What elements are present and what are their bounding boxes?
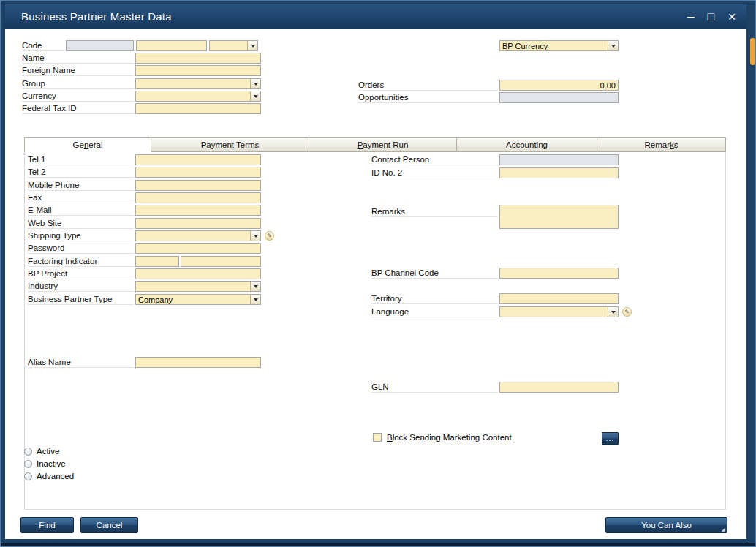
fax-field[interactable] [135,192,261,203]
federal-tax-id-field[interactable] [135,103,261,114]
chevron-down-icon[interactable] [250,231,260,241]
shipping-type-dropdown[interactable] [135,230,261,241]
email-field[interactable] [135,205,261,216]
radio-active-label[interactable]: Active [37,446,59,457]
bp-channel-code-field[interactable] [499,268,619,279]
tab-payment-terms[interactable]: Payment Terms [151,137,309,151]
window-titlebar: Business Partner Master Data ─ □ ✕ [5,4,746,29]
minimize-icon[interactable]: ─ [687,10,695,24]
you-can-also-button[interactable]: You Can Also ◢ [605,517,727,533]
tab-remarks[interactable]: Remarks [597,137,726,151]
radio-active[interactable] [24,448,32,456]
you-can-also-label: You Can Also [641,521,692,529]
group-label: Group [22,78,134,89]
orders-label: Orders [358,80,498,91]
alias-name-label: Alias Name [28,357,134,368]
alias-name-field[interactable] [135,357,261,368]
territory-field[interactable] [499,293,619,304]
foreign-name-label: Foreign Name [22,65,134,76]
language-dropdown[interactable] [499,306,619,317]
factoring-indicator-label: Factoring Indicator [28,256,134,267]
territory-label: Territory [371,293,498,304]
chevron-down-icon[interactable] [250,282,260,291]
cancel-button[interactable]: Cancel [80,517,138,533]
window-title: Business Partner Master Data [21,10,172,23]
currency-dropdown[interactable] [135,91,261,102]
block-marketing-label: Block Sending Marketing Content [387,432,512,443]
chevron-down-icon[interactable] [608,307,618,317]
federal-tax-id-label: Federal Tax ID [22,103,134,114]
opportunities-field[interactable] [499,92,619,103]
bp-project-label: BP Project [28,268,134,279]
tab-label-part: s [674,140,678,149]
code-type-dropdown[interactable] [209,40,258,51]
contact-person-label: Contact Person [371,154,498,165]
remarks-label: Remarks [371,206,498,217]
tab-label-part: ayment Run [363,140,408,149]
factoring-indicator-field[interactable] [135,256,179,267]
bp-currency-dropdown[interactable]: BP Currency [499,40,619,51]
business-partner-type-label: Business Partner Type [28,294,134,305]
remarks-field[interactable] [499,205,619,229]
industry-label: Industry [28,281,134,292]
maximize-icon[interactable]: □ [708,10,715,24]
tab-general[interactable]: General [24,137,151,152]
tab-payment-run[interactable]: Payment Run [309,137,457,151]
language-label: Language [371,306,498,317]
tab-bar: General Payment Terms Payment Run Accoun… [24,137,726,152]
currency-label: Currency [22,91,134,102]
scrollbar-thumb[interactable] [750,38,755,65]
tab-label-part: eral [88,140,102,149]
contact-person-field[interactable] [499,154,619,165]
bp-project-field[interactable] [135,268,261,279]
window-controls: ─ □ ✕ [687,10,736,24]
chevron-down-icon[interactable] [608,41,618,50]
block-marketing-checkbox[interactable] [373,433,382,442]
tab-label-part: Payment Terms [201,140,260,149]
label-part: lock Sending Marketing Content [393,433,512,442]
code-field[interactable] [136,40,207,51]
radio-inactive[interactable] [24,460,32,468]
chevron-down-icon[interactable] [250,79,260,88]
define-new-icon[interactable]: ✎ [265,231,274,241]
foreign-name-field[interactable] [135,65,261,76]
ellipsis-button[interactable]: ... [602,432,619,445]
radio-advanced[interactable] [24,472,32,480]
tab-accounting[interactable]: Accounting [457,137,597,151]
tel1-field[interactable] [135,154,261,165]
orders-field[interactable] [499,80,619,91]
opportunities-label: Opportunities [358,92,498,103]
mobile-phone-label: Mobile Phone [28,180,134,191]
tel2-field[interactable] [135,167,261,178]
find-button[interactable]: Find [20,517,74,533]
name-field[interactable] [135,53,261,64]
chevron-down-icon[interactable] [250,295,260,304]
id-no2-field[interactable] [499,167,619,178]
group-dropdown[interactable] [135,78,261,89]
close-icon[interactable]: ✕ [727,10,736,24]
password-field[interactable] [135,243,261,254]
code-series-field[interactable] [66,40,134,51]
fax-label: Fax [28,192,134,203]
business-partner-type-dropdown[interactable]: Company [135,294,261,305]
chevron-down-icon[interactable] [250,91,260,101]
factoring-indicator-desc-field[interactable] [181,256,261,267]
email-label: E-Mail [28,205,134,216]
tel2-label: Tel 2 [28,167,134,178]
tab-label-part: Accounting [506,140,548,149]
window-bottom-frame [0,543,756,547]
name-label: Name [22,53,134,64]
chevron-down-icon[interactable] [247,41,257,50]
website-label: Web Site [28,218,134,229]
define-new-icon[interactable]: ✎ [622,307,632,317]
mobile-phone-field[interactable] [135,180,261,191]
radio-inactive-label[interactable]: Inactive [37,459,66,469]
industry-dropdown[interactable] [135,281,261,292]
radio-advanced-label[interactable]: Advanced [37,471,74,482]
id-no2-label: ID No. 2 [371,167,498,178]
tel1-label: Tel 1 [28,154,134,165]
gln-label: GLN [371,382,498,393]
tab-label-part: Ge [73,140,84,149]
gln-field[interactable] [499,382,619,393]
website-field[interactable] [135,218,261,229]
